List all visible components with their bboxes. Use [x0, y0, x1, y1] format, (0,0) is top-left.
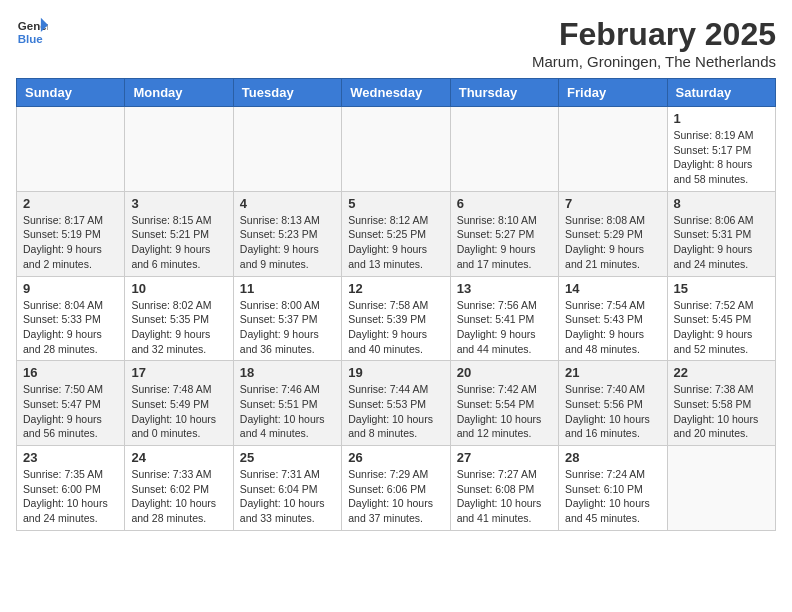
- calendar-cell: 11Sunrise: 8:00 AM Sunset: 5:37 PM Dayli…: [233, 276, 341, 361]
- calendar-cell: [450, 107, 558, 192]
- day-number: 27: [457, 450, 552, 465]
- day-number: 25: [240, 450, 335, 465]
- calendar-cell: 16Sunrise: 7:50 AM Sunset: 5:47 PM Dayli…: [17, 361, 125, 446]
- week-row-2: 2Sunrise: 8:17 AM Sunset: 5:19 PM Daylig…: [17, 191, 776, 276]
- day-info: Sunrise: 7:50 AM Sunset: 5:47 PM Dayligh…: [23, 382, 118, 441]
- day-info: Sunrise: 7:27 AM Sunset: 6:08 PM Dayligh…: [457, 467, 552, 526]
- day-info: Sunrise: 8:06 AM Sunset: 5:31 PM Dayligh…: [674, 213, 769, 272]
- day-info: Sunrise: 8:08 AM Sunset: 5:29 PM Dayligh…: [565, 213, 660, 272]
- calendar-cell: 1Sunrise: 8:19 AM Sunset: 5:17 PM Daylig…: [667, 107, 775, 192]
- day-info: Sunrise: 7:29 AM Sunset: 6:06 PM Dayligh…: [348, 467, 443, 526]
- calendar-cell: 8Sunrise: 8:06 AM Sunset: 5:31 PM Daylig…: [667, 191, 775, 276]
- weekday-header-row: SundayMondayTuesdayWednesdayThursdayFrid…: [17, 79, 776, 107]
- day-number: 3: [131, 196, 226, 211]
- month-title: February 2025: [532, 16, 776, 53]
- day-number: 23: [23, 450, 118, 465]
- day-number: 26: [348, 450, 443, 465]
- day-info: Sunrise: 8:19 AM Sunset: 5:17 PM Dayligh…: [674, 128, 769, 187]
- header: General Blue February 2025 Marum, Gronin…: [16, 16, 776, 70]
- day-number: 13: [457, 281, 552, 296]
- day-info: Sunrise: 8:04 AM Sunset: 5:33 PM Dayligh…: [23, 298, 118, 357]
- calendar-cell: 10Sunrise: 8:02 AM Sunset: 5:35 PM Dayli…: [125, 276, 233, 361]
- calendar-cell: 24Sunrise: 7:33 AM Sunset: 6:02 PM Dayli…: [125, 446, 233, 531]
- day-number: 21: [565, 365, 660, 380]
- calendar-cell: 25Sunrise: 7:31 AM Sunset: 6:04 PM Dayli…: [233, 446, 341, 531]
- day-info: Sunrise: 7:24 AM Sunset: 6:10 PM Dayligh…: [565, 467, 660, 526]
- calendar-cell: 18Sunrise: 7:46 AM Sunset: 5:51 PM Dayli…: [233, 361, 341, 446]
- day-number: 22: [674, 365, 769, 380]
- calendar-cell: 7Sunrise: 8:08 AM Sunset: 5:29 PM Daylig…: [559, 191, 667, 276]
- day-number: 10: [131, 281, 226, 296]
- day-number: 2: [23, 196, 118, 211]
- calendar-cell: 15Sunrise: 7:52 AM Sunset: 5:45 PM Dayli…: [667, 276, 775, 361]
- weekday-header-tuesday: Tuesday: [233, 79, 341, 107]
- day-info: Sunrise: 8:15 AM Sunset: 5:21 PM Dayligh…: [131, 213, 226, 272]
- weekday-header-sunday: Sunday: [17, 79, 125, 107]
- calendar-cell: [342, 107, 450, 192]
- calendar-cell: [559, 107, 667, 192]
- calendar-cell: 27Sunrise: 7:27 AM Sunset: 6:08 PM Dayli…: [450, 446, 558, 531]
- weekday-header-friday: Friday: [559, 79, 667, 107]
- calendar-cell: [233, 107, 341, 192]
- day-number: 5: [348, 196, 443, 211]
- calendar-cell: 3Sunrise: 8:15 AM Sunset: 5:21 PM Daylig…: [125, 191, 233, 276]
- week-row-3: 9Sunrise: 8:04 AM Sunset: 5:33 PM Daylig…: [17, 276, 776, 361]
- calendar-cell: 22Sunrise: 7:38 AM Sunset: 5:58 PM Dayli…: [667, 361, 775, 446]
- calendar-cell: 20Sunrise: 7:42 AM Sunset: 5:54 PM Dayli…: [450, 361, 558, 446]
- day-number: 11: [240, 281, 335, 296]
- week-row-5: 23Sunrise: 7:35 AM Sunset: 6:00 PM Dayli…: [17, 446, 776, 531]
- day-info: Sunrise: 7:58 AM Sunset: 5:39 PM Dayligh…: [348, 298, 443, 357]
- day-info: Sunrise: 8:17 AM Sunset: 5:19 PM Dayligh…: [23, 213, 118, 272]
- day-info: Sunrise: 7:44 AM Sunset: 5:53 PM Dayligh…: [348, 382, 443, 441]
- day-info: Sunrise: 8:10 AM Sunset: 5:27 PM Dayligh…: [457, 213, 552, 272]
- day-number: 6: [457, 196, 552, 211]
- day-number: 14: [565, 281, 660, 296]
- week-row-4: 16Sunrise: 7:50 AM Sunset: 5:47 PM Dayli…: [17, 361, 776, 446]
- day-number: 18: [240, 365, 335, 380]
- day-number: 7: [565, 196, 660, 211]
- day-info: Sunrise: 7:38 AM Sunset: 5:58 PM Dayligh…: [674, 382, 769, 441]
- week-row-1: 1Sunrise: 8:19 AM Sunset: 5:17 PM Daylig…: [17, 107, 776, 192]
- calendar-cell: 17Sunrise: 7:48 AM Sunset: 5:49 PM Dayli…: [125, 361, 233, 446]
- day-info: Sunrise: 7:31 AM Sunset: 6:04 PM Dayligh…: [240, 467, 335, 526]
- day-number: 8: [674, 196, 769, 211]
- title-area: February 2025 Marum, Groningen, The Neth…: [532, 16, 776, 70]
- calendar-cell: 6Sunrise: 8:10 AM Sunset: 5:27 PM Daylig…: [450, 191, 558, 276]
- svg-text:Blue: Blue: [18, 33, 44, 45]
- calendar-cell: 13Sunrise: 7:56 AM Sunset: 5:41 PM Dayli…: [450, 276, 558, 361]
- day-number: 24: [131, 450, 226, 465]
- day-number: 28: [565, 450, 660, 465]
- day-info: Sunrise: 7:54 AM Sunset: 5:43 PM Dayligh…: [565, 298, 660, 357]
- logo: General Blue: [16, 16, 48, 48]
- day-info: Sunrise: 8:13 AM Sunset: 5:23 PM Dayligh…: [240, 213, 335, 272]
- day-number: 1: [674, 111, 769, 126]
- weekday-header-monday: Monday: [125, 79, 233, 107]
- day-info: Sunrise: 8:00 AM Sunset: 5:37 PM Dayligh…: [240, 298, 335, 357]
- calendar: SundayMondayTuesdayWednesdayThursdayFrid…: [16, 78, 776, 531]
- calendar-cell: 2Sunrise: 8:17 AM Sunset: 5:19 PM Daylig…: [17, 191, 125, 276]
- day-number: 12: [348, 281, 443, 296]
- calendar-cell: [17, 107, 125, 192]
- day-number: 15: [674, 281, 769, 296]
- calendar-cell: [667, 446, 775, 531]
- day-number: 17: [131, 365, 226, 380]
- calendar-cell: 4Sunrise: 8:13 AM Sunset: 5:23 PM Daylig…: [233, 191, 341, 276]
- day-number: 20: [457, 365, 552, 380]
- logo-icon: General Blue: [16, 16, 48, 48]
- calendar-cell: [125, 107, 233, 192]
- day-info: Sunrise: 7:52 AM Sunset: 5:45 PM Dayligh…: [674, 298, 769, 357]
- day-info: Sunrise: 7:35 AM Sunset: 6:00 PM Dayligh…: [23, 467, 118, 526]
- calendar-cell: 14Sunrise: 7:54 AM Sunset: 5:43 PM Dayli…: [559, 276, 667, 361]
- day-number: 16: [23, 365, 118, 380]
- day-info: Sunrise: 8:02 AM Sunset: 5:35 PM Dayligh…: [131, 298, 226, 357]
- calendar-cell: 23Sunrise: 7:35 AM Sunset: 6:00 PM Dayli…: [17, 446, 125, 531]
- calendar-cell: 26Sunrise: 7:29 AM Sunset: 6:06 PM Dayli…: [342, 446, 450, 531]
- day-info: Sunrise: 7:40 AM Sunset: 5:56 PM Dayligh…: [565, 382, 660, 441]
- day-number: 19: [348, 365, 443, 380]
- day-number: 9: [23, 281, 118, 296]
- calendar-cell: 5Sunrise: 8:12 AM Sunset: 5:25 PM Daylig…: [342, 191, 450, 276]
- weekday-header-saturday: Saturday: [667, 79, 775, 107]
- weekday-header-thursday: Thursday: [450, 79, 558, 107]
- calendar-cell: 9Sunrise: 8:04 AM Sunset: 5:33 PM Daylig…: [17, 276, 125, 361]
- day-info: Sunrise: 7:33 AM Sunset: 6:02 PM Dayligh…: [131, 467, 226, 526]
